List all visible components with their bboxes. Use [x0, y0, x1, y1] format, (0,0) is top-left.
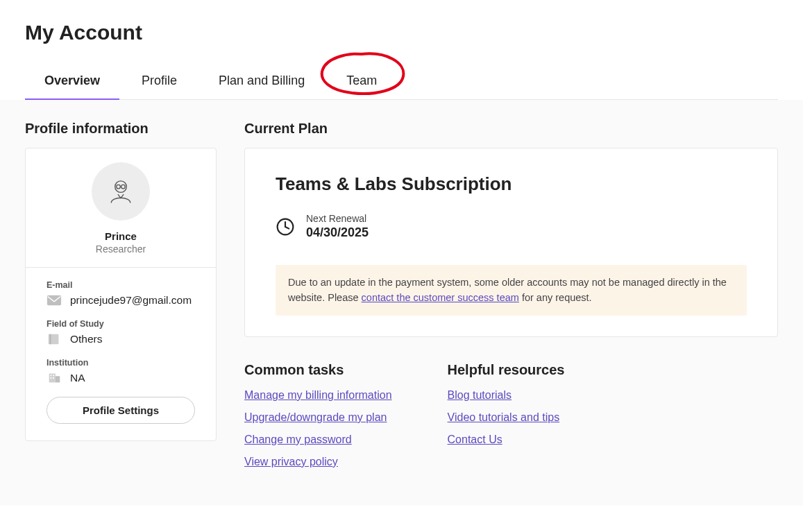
profile-card: Prince Researcher E-mail princejude97@gm…	[25, 148, 217, 441]
email-label: E-mail	[47, 280, 195, 290]
payment-notice: Due to an update in the payment system, …	[276, 265, 747, 316]
renewal-date: 04/30/2025	[306, 225, 369, 240]
building-icon	[47, 372, 62, 384]
profile-settings-button[interactable]: Profile Settings	[47, 397, 195, 424]
plan-section-heading: Current Plan	[244, 121, 778, 137]
institution-label: Institution	[47, 358, 195, 368]
field-of-study-value: Others	[70, 333, 103, 345]
resources-heading: Helpful resources	[448, 362, 565, 378]
profile-section-heading: Profile information	[25, 121, 217, 137]
svg-rect-6	[50, 334, 51, 345]
svg-rect-11	[51, 377, 52, 379]
link-video-tutorials[interactable]: Video tutorials and tips	[448, 411, 560, 424]
link-change-password[interactable]: Change my password	[244, 434, 352, 446]
profile-name: Prince	[37, 230, 205, 242]
link-blog-tutorials[interactable]: Blog tutorials	[448, 389, 512, 402]
notice-post: for any request.	[519, 292, 592, 303]
svg-point-1	[117, 185, 121, 189]
svg-rect-4	[47, 295, 61, 306]
svg-rect-10	[53, 375, 54, 376]
page-title: My Account	[25, 21, 778, 44]
email-value: princejude97@gmail.com	[70, 294, 192, 307]
profile-role: Researcher	[37, 243, 205, 255]
tab-overview[interactable]: Overview	[44, 64, 100, 99]
svg-rect-12	[53, 377, 54, 379]
common-tasks-col: Common tasks Manage my billing informati…	[244, 362, 392, 478]
link-manage-billing[interactable]: Manage my billing information	[244, 389, 392, 402]
tab-row: Overview Profile Plan and Billing Team	[25, 64, 778, 100]
link-privacy-policy[interactable]: View privacy policy	[244, 456, 338, 468]
helpful-resources-col: Helpful resources Blog tutorials Video t…	[448, 362, 565, 478]
envelope-icon	[47, 294, 62, 307]
common-tasks-heading: Common tasks	[244, 362, 392, 378]
tab-profile[interactable]: Profile	[142, 64, 177, 99]
plan-title: Teams & Labs Subscription	[276, 173, 747, 195]
clock-icon	[276, 217, 295, 237]
renewal-label: Next Renewal	[306, 213, 369, 224]
contact-success-team-link[interactable]: contact the customer success team	[362, 292, 519, 303]
plan-card: Teams & Labs Subscription Next Renewal 0…	[244, 148, 778, 337]
svg-point-2	[121, 185, 126, 189]
field-of-study-label: Field of Study	[47, 319, 195, 329]
svg-rect-8	[56, 376, 60, 382]
book-icon	[47, 333, 62, 345]
tab-team[interactable]: Team	[346, 64, 377, 99]
svg-rect-9	[51, 375, 52, 376]
svg-rect-7	[49, 374, 56, 383]
avatar-researcher-icon	[105, 176, 136, 207]
avatar	[92, 162, 150, 221]
link-contact-us[interactable]: Contact Us	[448, 434, 502, 446]
institution-value: NA	[70, 372, 85, 384]
link-upgrade-downgrade[interactable]: Upgrade/downgrade my plan	[244, 411, 387, 424]
tab-plan-billing[interactable]: Plan and Billing	[219, 64, 305, 99]
